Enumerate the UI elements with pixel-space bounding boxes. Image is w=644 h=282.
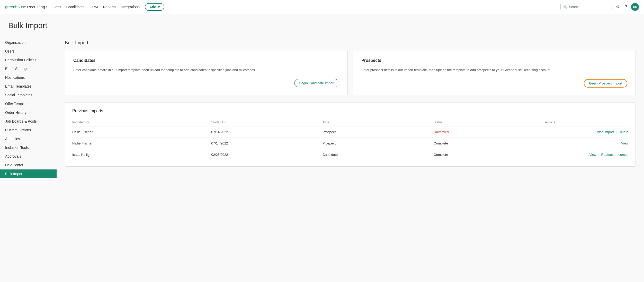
help-button[interactable]: ? [624, 4, 628, 10]
col-started-on: Started On [211, 118, 323, 126]
logo-chevron: ▾ [46, 5, 47, 8]
help-icon: ? [625, 5, 627, 9]
col-imported-by: Imported By [72, 118, 211, 126]
previous-imports-title: Previous Imports [72, 109, 628, 113]
page-header: Bulk Import [0, 14, 644, 34]
col-status: Status [434, 118, 545, 126]
sidebar-item-permission-policies[interactable]: Permission Policies [0, 56, 57, 64]
page-title: Bulk Import [8, 21, 636, 30]
action-separator: | [597, 153, 600, 157]
cell-started-on: 07/14/2022 [211, 126, 323, 138]
add-chevron-icon: ▾ [158, 5, 160, 9]
prospects-card-description: Enter prospect details in our import tem… [361, 67, 627, 73]
layout: Organization Users Permission Policies E… [0, 34, 644, 281]
search-input[interactable] [569, 5, 609, 9]
nav-reports[interactable]: Reports [103, 5, 115, 9]
settings-button[interactable]: ⚙ [615, 3, 621, 10]
action-separator: | [615, 130, 618, 134]
col-actions: Actions [545, 118, 628, 126]
avatar-initials: GS [633, 5, 637, 8]
sidebar-item-offer-templates[interactable]: Offer Templates [0, 99, 57, 108]
table-row: Hallie Fischer 07/14/2022 Prospect Compl… [72, 138, 628, 149]
sidebar-item-agencies[interactable]: Agencies [0, 134, 57, 143]
cell-type: Prospect [323, 126, 434, 138]
candidates-card-footer: Begin Candidate Import [73, 79, 339, 87]
cell-imported-by: Isaac Hellig [72, 149, 211, 160]
nav-links: Jobs Candidates CRM Reports Integrations… [53, 3, 169, 11]
sidebar-item-approvals[interactable]: Approvals [0, 152, 57, 161]
sidebar-item-notifications[interactable]: Notifications [0, 73, 57, 82]
logo-text: greenhouse Recruiting [5, 5, 45, 9]
prospects-card-title: Prospects [361, 58, 627, 63]
section-title: Bulk Import [65, 40, 636, 46]
sidebar-item-organization[interactable]: Organization [0, 38, 57, 47]
sidebar-item-email-settings[interactable]: Email Settings [0, 64, 57, 73]
sidebar-item-social-templates[interactable]: Social Templates [0, 91, 57, 99]
sidebar-item-order-history[interactable]: Order History [0, 108, 57, 117]
cell-type: Candidate [323, 149, 434, 160]
previous-imports-section: Previous Imports Imported By Started On … [65, 102, 636, 167]
action-link-finish-import[interactable]: Finish Import [595, 130, 614, 134]
cell-actions: View [545, 138, 628, 149]
table-body: Hallie Fischer 07/14/2022 Prospect Unver… [72, 126, 628, 160]
status-badge: Complete [434, 141, 448, 145]
nav-candidates[interactable]: Candidates [66, 5, 85, 9]
begin-prospect-import-button[interactable]: Begin Prospect Import [584, 79, 627, 88]
table-row: Hallie Fischer 07/14/2022 Prospect Unver… [72, 126, 628, 138]
nav-integrations[interactable]: Integrations [121, 5, 139, 9]
sidebar-item-email-templates[interactable]: Email Templates [0, 82, 57, 91]
table-header: Imported By Started On Type Status Actio… [72, 118, 628, 126]
table-header-row: Imported By Started On Type Status Actio… [72, 118, 628, 126]
cell-actions: Finish Import | Delete [545, 126, 628, 138]
search-icon: 🔍 [563, 5, 567, 9]
search-box[interactable]: 🔍 [560, 4, 612, 10]
chevron-right-icon: › [50, 164, 51, 167]
action-link-delete[interactable]: Delete [619, 130, 628, 134]
sidebar-item-custom-options[interactable]: Custom Options [0, 126, 57, 134]
avatar[interactable]: GS [631, 3, 639, 11]
prospects-card-footer: Begin Prospect Import [361, 79, 627, 88]
cell-actions: View | Reattach resumes [545, 149, 628, 160]
sidebar-item-job-boards[interactable]: Job Boards & Posts [0, 117, 57, 126]
action-link-view[interactable]: View [589, 153, 596, 157]
begin-candidate-import-button[interactable]: Begin Candidate Import [294, 79, 339, 87]
add-button-label: Add [149, 5, 156, 9]
cell-started-on: 02/25/2022 [211, 149, 323, 160]
cell-imported-by: Hallie Fischer [72, 138, 211, 149]
top-navigation: greenhouse Recruiting ▾ Jobs Candidates … [0, 0, 644, 14]
cell-started-on: 07/14/2022 [211, 138, 323, 149]
import-cards: Candidates Enter candidate details in ou… [65, 51, 636, 95]
action-link-view[interactable]: View [621, 141, 628, 145]
candidates-card: Candidates Enter candidate details in ou… [65, 51, 348, 95]
imports-table: Imported By Started On Type Status Actio… [72, 118, 628, 160]
col-type: Type [323, 118, 434, 126]
cell-status: Complete [434, 138, 545, 149]
sidebar-item-bulk-import[interactable]: Bulk Import [0, 169, 57, 178]
add-button[interactable]: Add ▾ [145, 3, 164, 11]
action-link-reattach-resumes[interactable]: Reattach resumes [601, 153, 629, 157]
sidebar-item-dev-center-label: Dev Center [5, 163, 23, 167]
cell-type: Prospect [323, 138, 434, 149]
status-badge: Unverified [434, 130, 449, 134]
candidates-card-title: Candidates [73, 58, 339, 63]
sidebar-item-inclusion-tools[interactable]: Inclusion Tools [0, 143, 57, 152]
table-row: Isaac Hellig 02/25/2022 Candidate Comple… [72, 149, 628, 160]
status-badge: Complete [434, 153, 448, 157]
nav-jobs[interactable]: Jobs [53, 5, 61, 9]
main-content: Bulk Import Candidates Enter candidate d… [57, 34, 644, 281]
candidates-card-description: Enter candidate details in our import te… [73, 67, 339, 73]
nav-right: 🔍 ⚙ ? GS [560, 3, 639, 11]
logo[interactable]: greenhouse Recruiting ▾ [5, 5, 47, 9]
sidebar-item-users[interactable]: Users [0, 47, 57, 56]
sidebar: Organization Users Permission Policies E… [0, 34, 57, 281]
settings-icon: ⚙ [616, 5, 620, 9]
nav-crm[interactable]: CRM [90, 5, 98, 9]
prospects-card: Prospects Enter prospect details in our … [353, 51, 636, 95]
sidebar-item-dev-center[interactable]: Dev Center › [0, 161, 57, 169]
cell-status: Complete [434, 149, 545, 160]
cell-imported-by: Hallie Fischer [72, 126, 211, 138]
cell-status: Unverified [434, 126, 545, 138]
